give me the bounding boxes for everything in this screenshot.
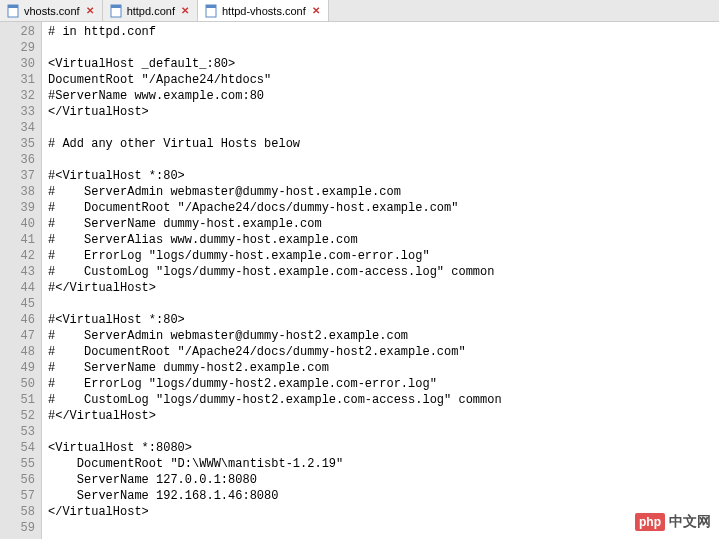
file-icon (109, 4, 123, 18)
line-number: 35 (2, 136, 35, 152)
code-line[interactable] (48, 520, 713, 536)
code-line[interactable]: DocumentRoot "D:\WWW\mantisbt-1.2.19" (48, 456, 713, 472)
line-number: 37 (2, 168, 35, 184)
code-line[interactable]: # DocumentRoot "/Apache24/docs/dummy-hos… (48, 200, 713, 216)
tab-vhosts[interactable]: vhosts.conf ✕ (0, 0, 103, 21)
line-number: 57 (2, 488, 35, 504)
code-line[interactable]: # CustomLog "logs/dummy-host2.example.co… (48, 392, 713, 408)
code-line[interactable]: # Add any other Virtual Hosts below (48, 136, 713, 152)
line-number: 53 (2, 424, 35, 440)
code-line[interactable]: # ErrorLog "logs/dummy-host2.example.com… (48, 376, 713, 392)
watermark-text: 中文网 (669, 513, 711, 531)
line-number: 45 (2, 296, 35, 312)
line-number: 32 (2, 88, 35, 104)
line-number: 43 (2, 264, 35, 280)
code-line[interactable]: #</VirtualHost> (48, 408, 713, 424)
line-number: 50 (2, 376, 35, 392)
code-line[interactable] (48, 40, 713, 56)
code-line[interactable]: # in httpd.conf (48, 24, 713, 40)
code-line[interactable]: # ErrorLog "logs/dummy-host.example.com-… (48, 248, 713, 264)
svg-rect-5 (206, 5, 216, 8)
close-icon[interactable]: ✕ (84, 5, 96, 17)
code-line[interactable] (48, 120, 713, 136)
line-number: 31 (2, 72, 35, 88)
code-line[interactable]: # ServerName dummy-host2.example.com (48, 360, 713, 376)
watermark-logo: php (635, 513, 665, 531)
line-number: 51 (2, 392, 35, 408)
code-line[interactable]: # ServerAlias www.dummy-host.example.com (48, 232, 713, 248)
line-number: 49 (2, 360, 35, 376)
tab-label: httpd.conf (127, 5, 175, 17)
code-line[interactable]: <VirtualHost _default_:80> (48, 56, 713, 72)
code-line[interactable] (48, 424, 713, 440)
line-number: 58 (2, 504, 35, 520)
code-line[interactable]: </VirtualHost> (48, 104, 713, 120)
code-line[interactable]: # ServerAdmin webmaster@dummy-host.examp… (48, 184, 713, 200)
line-number: 55 (2, 456, 35, 472)
code-line[interactable]: #</VirtualHost> (48, 280, 713, 296)
line-number: 34 (2, 120, 35, 136)
code-line[interactable]: DocumentRoot "/Apache24/htdocs" (48, 72, 713, 88)
code-line[interactable]: # ServerAdmin webmaster@dummy-host2.exam… (48, 328, 713, 344)
line-number: 56 (2, 472, 35, 488)
tab-label: httpd-vhosts.conf (222, 5, 306, 17)
tab-bar: vhosts.conf ✕ httpd.conf ✕ httpd-vhosts.… (0, 0, 719, 22)
line-number: 30 (2, 56, 35, 72)
line-number: 36 (2, 152, 35, 168)
code-line[interactable]: #<VirtualHost *:80> (48, 312, 713, 328)
line-number: 54 (2, 440, 35, 456)
line-number: 40 (2, 216, 35, 232)
line-number: 29 (2, 40, 35, 56)
line-number: 48 (2, 344, 35, 360)
code-line[interactable]: #<VirtualHost *:80> (48, 168, 713, 184)
line-number: 39 (2, 200, 35, 216)
line-number: 38 (2, 184, 35, 200)
line-number: 46 (2, 312, 35, 328)
close-icon[interactable]: ✕ (179, 5, 191, 17)
code-area[interactable]: # in httpd.conf<VirtualHost _default_:80… (42, 22, 719, 539)
file-icon (6, 4, 20, 18)
code-line[interactable]: </VirtualHost> (48, 504, 713, 520)
code-line[interactable]: # ServerName dummy-host.example.com (48, 216, 713, 232)
file-icon (204, 4, 218, 18)
code-line[interactable]: <VirtualHost *:8080> (48, 440, 713, 456)
line-number: 33 (2, 104, 35, 120)
tab-httpd[interactable]: httpd.conf ✕ (103, 0, 198, 21)
code-line[interactable]: # CustomLog "logs/dummy-host.example.com… (48, 264, 713, 280)
svg-rect-3 (111, 5, 121, 8)
code-line[interactable]: ServerName 127.0.0.1:8080 (48, 472, 713, 488)
line-number: 47 (2, 328, 35, 344)
code-line[interactable] (48, 152, 713, 168)
code-line[interactable] (48, 296, 713, 312)
watermark: php 中文网 (635, 513, 711, 531)
code-line[interactable]: ServerName 192.168.1.46:8080 (48, 488, 713, 504)
line-number: 28 (2, 24, 35, 40)
line-number: 44 (2, 280, 35, 296)
line-number: 42 (2, 248, 35, 264)
code-line[interactable]: # DocumentRoot "/Apache24/docs/dummy-hos… (48, 344, 713, 360)
line-number: 41 (2, 232, 35, 248)
code-line[interactable]: #ServerName www.example.com:80 (48, 88, 713, 104)
line-number: 59 (2, 520, 35, 536)
editor: 2829303132333435363738394041424344454647… (0, 22, 719, 539)
tab-label: vhosts.conf (24, 5, 80, 17)
close-icon[interactable]: ✕ (310, 5, 322, 17)
svg-rect-1 (8, 5, 18, 8)
tab-httpd-vhosts[interactable]: httpd-vhosts.conf ✕ (198, 0, 329, 21)
line-number-gutter: 2829303132333435363738394041424344454647… (0, 22, 42, 539)
line-number: 52 (2, 408, 35, 424)
